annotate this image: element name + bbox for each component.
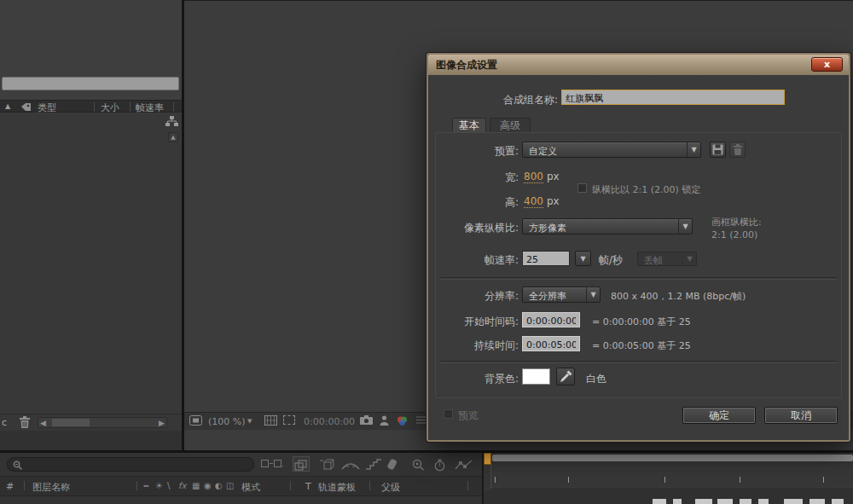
duration-input[interactable] [522,336,580,351]
column-divider[interactable] [24,481,25,490]
flowchart-icon[interactable] [165,116,178,127]
tab-advanced[interactable]: 高级 [490,118,531,133]
column-divider[interactable] [467,481,468,490]
column-divider[interactable] [136,481,137,490]
column-divider[interactable] [130,102,131,112]
resolution-select[interactable]: 全分辨率 ▼ [522,287,601,303]
motion-blur-icon[interactable] [386,459,401,470]
column-frame-rate[interactable]: 帧速率 [136,101,164,114]
show-snapshot-person-icon[interactable] [380,415,389,426]
resolution-menu-icon[interactable] [416,415,426,425]
time-navigator-bar[interactable] [492,455,853,461]
mini-flowchart-icon[interactable] [293,456,310,472]
frame-rate-label: 帧速率: [428,253,519,268]
close-button[interactable]: x [811,57,843,72]
ruler-tick [740,477,740,483]
column-type[interactable]: 类型 [38,101,56,114]
column-track-matte[interactable]: 轨道蒙板 [318,481,356,494]
name-label: 合成组名称: [428,93,558,107]
column-index[interactable]: # [6,481,14,492]
frame-blend-switch-icon[interactable]: ▦ [192,481,200,490]
column-size[interactable]: 大小 [101,101,119,114]
frame-rate-dropdown-button[interactable]: ▼ [575,251,591,266]
time-ruler[interactable] [490,465,853,490]
horizontal-scrollbar[interactable]: ◀ ▶ [38,417,167,428]
lock-aspect-label: 纵横比以 2:1 (2.00) 锁定 [592,183,700,196]
close-icon: x [824,59,830,70]
column-parent[interactable]: 父级 [381,481,400,494]
column-mode[interactable]: 模式 [241,481,260,494]
graph-editor-icon[interactable] [455,459,473,471]
timeline-search-input[interactable] [7,457,254,472]
auto-keyframe-stopwatch-icon[interactable] [433,459,446,472]
snapshot-camera-icon[interactable] [360,415,373,425]
column-divider[interactable] [173,102,174,112]
threed-switch-icon[interactable]: ◫ [226,481,234,490]
cancel-button[interactable]: 取消 [764,407,838,424]
bit-depth-label[interactable]: c [2,417,7,428]
shy-switch-icon[interactable]: ╍ [143,481,148,490]
duration-info: = 0:00:05:00 基于 25 [592,339,691,352]
column-divider[interactable] [369,481,370,490]
scroll-left-icon[interactable]: ◀ [40,418,46,429]
background-color-label: 背景色: [428,372,519,386]
chevron-down-icon: ▼ [580,255,585,263]
timeline-track-area[interactable] [484,490,853,504]
brainstorm-icon[interactable] [411,459,426,471]
height-value[interactable]: 400 [524,195,543,208]
frame-aspect-info: 画框纵横比: 2:1 (2.00) [711,216,762,241]
zoom-dropdown-icon[interactable]: ▼ [247,418,252,425]
column-layer-name[interactable]: 图层名称 [32,481,70,494]
dialog-titlebar[interactable]: 图像合成设置 x [428,55,849,75]
preset-select[interactable]: 自定义 ▼ [522,142,701,158]
column-divider[interactable] [290,481,291,490]
project-item-list[interactable] [0,113,182,414]
scrollbar-thumb[interactable] [52,419,90,426]
delete-preset-button[interactable] [729,142,746,158]
scroll-right-icon[interactable]: ▶ [159,418,165,429]
safe-margins-icon[interactable] [264,415,277,426]
current-time-marker[interactable] [484,453,491,465]
snapshot-icon[interactable] [189,415,202,426]
frame-blend-icon[interactable] [365,459,382,470]
fx-switch-icon[interactable]: fx [178,481,186,490]
chevron-down-icon: ▼ [586,287,600,302]
motion-blur-switch-icon[interactable]: ◉ [204,481,212,490]
ok-button[interactable]: 确定 [682,407,756,424]
shy-layers-icon[interactable] [341,459,360,470]
start-timecode-input[interactable] [522,312,580,327]
collapse-switch-icon[interactable]: ☀ [155,481,163,490]
draft-3d-icon[interactable] [317,459,334,471]
channels-icon[interactable] [396,415,409,426]
resolution-value: 全分辨率 [529,290,566,303]
preview-label: 预览 [458,408,479,423]
resolution-label: 分辨率: [428,289,519,304]
column-matte-t[interactable]: T [305,481,311,492]
sort-arrow-icon[interactable]: ▲ [5,102,10,110]
ruler-tick [495,477,496,483]
width-value[interactable]: 800 [524,171,543,183]
eyedropper-button[interactable] [556,368,575,385]
zoom-level-select[interactable]: (100 %) [208,416,246,427]
quality-switch-icon[interactable]: \ [167,481,170,490]
resolution-info: 800 x 400，1.2 MB (8bpc/帧) [611,290,746,303]
tab-basic[interactable]: 基本 [452,118,486,133]
trash-icon[interactable] [19,416,31,429]
background-color-swatch[interactable] [522,368,550,385]
scrollbar-up-arrow[interactable]: ▲ [168,132,178,142]
frame-rate-input[interactable] [522,251,570,266]
pixel-aspect-label: 像素纵横比: [428,221,519,235]
composition-name-input[interactable] [561,90,785,105]
comp-nav-icon[interactable] [261,459,283,468]
region-of-interest-icon[interactable] [283,415,295,425]
save-preset-button[interactable] [710,142,726,158]
lock-aspect-checkbox[interactable] [577,183,587,193]
tag-icon[interactable] [20,102,32,112]
project-panel-bottom [0,431,182,450]
adjustment-switch-icon[interactable]: ◐ [215,481,223,490]
height-value-row: 400px [524,195,560,207]
project-search-bar[interactable] [2,77,179,90]
column-divider[interactable] [94,102,95,112]
pixel-aspect-select[interactable]: 方形像素 ▼ [522,218,693,235]
toolbar-timecode[interactable]: 0:00:00:00 [304,416,355,427]
